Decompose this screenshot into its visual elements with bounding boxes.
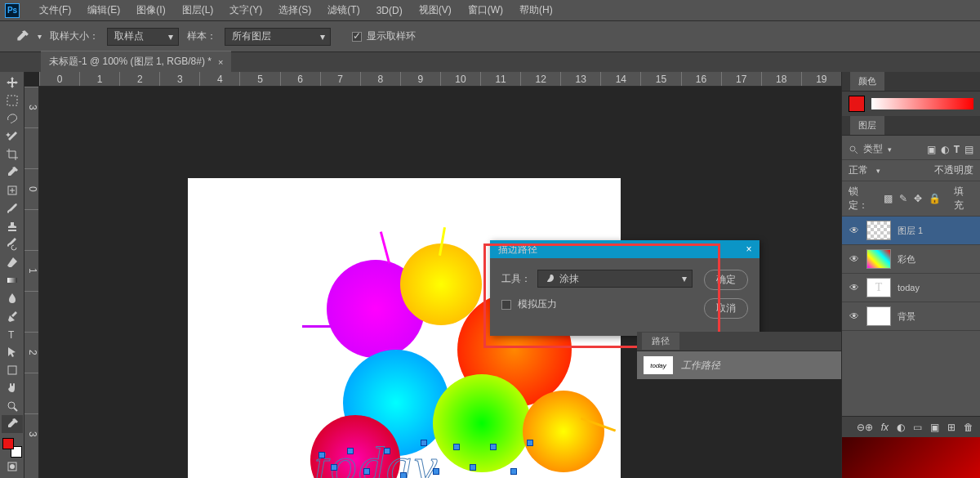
color-tab[interactable]: 颜色 (850, 72, 884, 91)
mask-icon[interactable]: ◐ (897, 422, 905, 433)
color-swatch[interactable] (849, 96, 865, 112)
eyedropper-tool-alt[interactable] (2, 415, 23, 433)
search-icon[interactable] (849, 145, 858, 154)
visibility-icon[interactable]: 👁 (849, 310, 860, 322)
lasso-tool[interactable] (2, 109, 23, 127)
menu-image[interactable]: 图像(I) (128, 3, 173, 17)
color-slider[interactable] (871, 98, 973, 109)
lock-all-icon[interactable]: 🔒 (929, 193, 941, 204)
paths-panel: 路径 « × today 工作路径 (637, 332, 841, 379)
path-anchor[interactable] (363, 468, 370, 475)
pen-tool[interactable] (2, 307, 23, 325)
menu-layer[interactable]: 图层(L) (174, 3, 222, 17)
sample-select[interactable]: 所有图层 (225, 28, 331, 46)
paths-tab[interactable]: 路径 (642, 333, 679, 350)
dialog-titlebar[interactable]: 描边路径 × (490, 240, 760, 258)
layer-row[interactable]: 👁 T today (842, 274, 980, 302)
menu-file[interactable]: 文件(F) (31, 3, 79, 17)
crop-tool[interactable] (2, 145, 23, 163)
color-swatches[interactable] (2, 438, 22, 458)
layer-row[interactable]: 👁 背景 (842, 302, 980, 331)
menu-filter[interactable]: 滤镜(T) (319, 3, 368, 17)
layer-row[interactable]: 👁 彩色 (842, 245, 980, 274)
menu-3d[interactable]: 3D(D) (368, 5, 411, 16)
tool-select[interactable]: 涂抹 (537, 270, 693, 288)
zoom-tool[interactable] (2, 397, 23, 415)
layer-thumbnail[interactable] (866, 221, 891, 240)
layer-thumbnail[interactable] (866, 306, 891, 326)
path-anchor[interactable] (527, 440, 533, 446)
document-tab[interactable]: 未标题-1 @ 100% (图层 1, RGB/8#) * × (41, 51, 231, 72)
lock-pixels-icon[interactable]: ▩ (884, 193, 893, 204)
fx-icon[interactable]: fx (881, 422, 889, 433)
new-layer-icon[interactable]: ⊞ (947, 422, 956, 433)
filter-icon[interactable]: T (954, 144, 960, 155)
brush-tool[interactable] (2, 199, 23, 217)
type-tool[interactable]: T (2, 325, 23, 343)
heal-tool[interactable] (2, 181, 23, 199)
wand-tool[interactable] (2, 127, 23, 145)
visibility-icon[interactable]: 👁 (849, 225, 860, 236)
arrow-down-icon[interactable]: ▾ (38, 32, 42, 41)
path-anchor[interactable] (347, 448, 354, 454)
path-anchor[interactable] (384, 448, 390, 454)
filter-icon[interactable]: ▣ (927, 144, 936, 155)
ok-button[interactable]: 确定 (704, 270, 748, 290)
lock-move-icon[interactable]: ✥ (914, 193, 922, 204)
path-anchor[interactable] (421, 440, 427, 446)
stamp-tool[interactable] (2, 217, 23, 235)
quickmask-tool[interactable] (2, 458, 23, 476)
path-anchor[interactable] (453, 444, 460, 450)
gradient-tool[interactable] (2, 271, 23, 289)
menu-view[interactable]: 视图(V) (411, 3, 460, 17)
group-icon[interactable]: ▣ (930, 422, 939, 433)
menu-type[interactable]: 文字(Y) (221, 3, 270, 17)
adjustment-icon[interactable]: ▭ (913, 422, 922, 433)
path-anchor[interactable] (490, 444, 497, 450)
link-icon[interactable]: ⊖⊕ (857, 422, 873, 433)
layer-thumbnail[interactable]: T (866, 278, 891, 297)
blend-mode-select[interactable]: 正常 (849, 163, 868, 177)
filter-type-label[interactable]: 类型 (863, 142, 883, 156)
sample-size-select[interactable]: 取样点 (107, 28, 179, 46)
menu-select[interactable]: 选择(S) (270, 3, 319, 17)
eyedropper-tool[interactable] (2, 163, 23, 181)
dialog-close-button[interactable]: × (738, 240, 760, 258)
smudge-icon (545, 274, 555, 284)
gradient-preview[interactable] (842, 437, 980, 478)
layer-thumbnail[interactable] (866, 249, 891, 269)
menu-edit[interactable]: 编辑(E) (79, 3, 128, 17)
filter-icon[interactable]: ◐ (941, 144, 949, 155)
path-anchor[interactable] (510, 468, 517, 475)
path-anchor[interactable] (331, 464, 337, 471)
filter-icon[interactable]: ▤ (964, 144, 973, 155)
hand-tool[interactable] (2, 379, 23, 397)
eraser-tool[interactable] (2, 253, 23, 271)
visibility-icon[interactable]: 👁 (849, 282, 860, 293)
simulate-pressure-checkbox[interactable]: 模拟压力 (501, 297, 693, 311)
layer-row[interactable]: 👁 图层 1 (842, 217, 980, 245)
menu-help[interactable]: 帮助(H) (511, 3, 561, 17)
path-anchor[interactable] (470, 464, 476, 471)
color-panel (842, 92, 980, 116)
path-item[interactable]: today 工作路径 (637, 351, 841, 379)
move-tool[interactable] (2, 74, 23, 92)
path-anchor[interactable] (433, 468, 439, 475)
blur-tool[interactable] (2, 289, 23, 307)
canvas-area[interactable]: 012345678910111213141516171819 30123 (24, 72, 841, 478)
trash-icon[interactable]: 🗑 (964, 422, 973, 433)
shape-tool[interactable] (2, 361, 23, 379)
menu-window[interactable]: 窗口(W) (460, 3, 511, 17)
fg-color-swatch[interactable] (2, 438, 14, 449)
close-icon[interactable]: × (218, 57, 223, 67)
path-select-tool[interactable] (2, 343, 23, 361)
show-ring-checkbox[interactable]: 显示取样环 (352, 29, 416, 43)
layers-tab[interactable]: 图层 (850, 116, 884, 135)
path-anchor[interactable] (400, 472, 407, 478)
lock-brush-icon[interactable]: ✎ (899, 193, 907, 204)
cancel-button[interactable]: 取消 (704, 298, 748, 319)
marquee-tool[interactable] (2, 92, 23, 109)
visibility-icon[interactable]: 👁 (849, 253, 860, 265)
path-anchor[interactable] (318, 452, 325, 458)
history-brush-tool[interactable] (2, 235, 23, 253)
